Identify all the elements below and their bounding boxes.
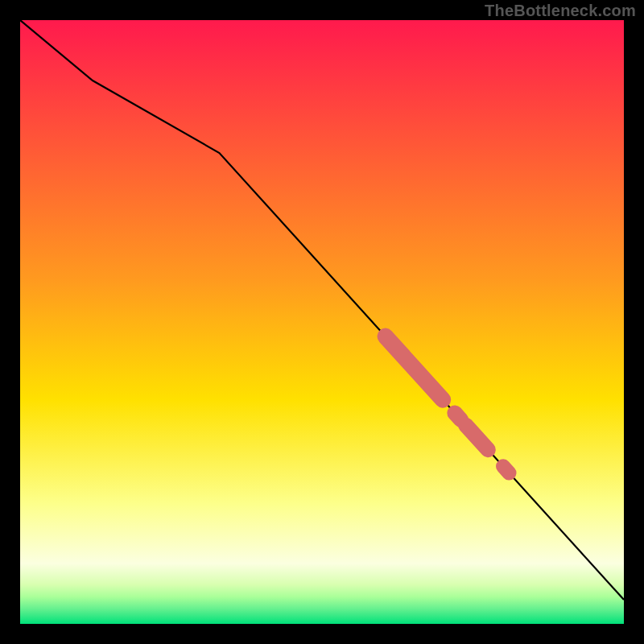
chart-stage: TheBottleneck.com — [0, 0, 644, 644]
gradient-background — [20, 20, 624, 624]
chart-svg — [20, 20, 624, 624]
marker-dot-d — [503, 466, 510, 473]
marker-dot-b — [455, 413, 461, 419]
watermark-text: TheBottleneck.com — [485, 2, 636, 20]
chart-plot — [20, 20, 624, 624]
